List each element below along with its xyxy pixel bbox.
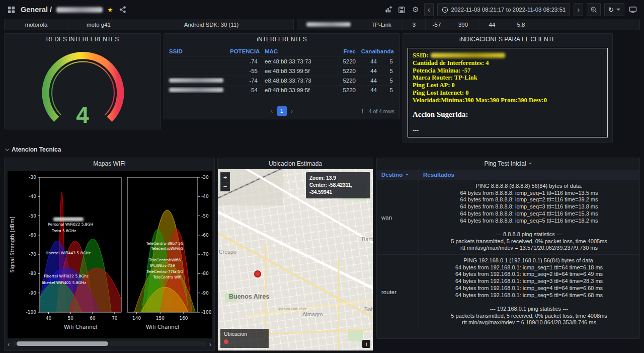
ping-test-panel-title[interactable]: Ping Test Inicial [377, 158, 639, 169]
horizontal-scrollbar-track[interactable] [13, 341, 206, 346]
svg-text:-80: -80 [29, 271, 36, 276]
ping-output-line [421, 224, 637, 231]
star-icon[interactable]: ★ [107, 6, 113, 14]
share-icon[interactable] [118, 5, 128, 15]
svg-text:-100: -100 [26, 310, 37, 315]
ping-results-cell: PING 8.8.8.8 (8.8.8.8) 56(84) bytes of d… [419, 180, 639, 254]
device-table-strip-right[interactable]: TP-Link 3 -57 390 44 5.8 [297, 19, 640, 30]
interferentes-table-body: -74ee:48:b8:33:73:735220445-55ee:48:b8:3… [167, 56, 396, 95]
device-cell: -57 [426, 19, 448, 30]
svg-text:-70: -70 [29, 252, 36, 257]
gauge-value: 4 [8, 101, 157, 128]
table-row[interactable]: -74e8:48:b8:33:73:735220445 [167, 76, 396, 85]
ping-destination-cell: router [377, 255, 419, 329]
ping-output-line: 64 bytes from 8.8.8.8: icmp_seq=2 ttl=11… [421, 196, 637, 203]
device-table-strip-left[interactable]: motorola moto g41 Android SDK: 30 (11) [4, 19, 294, 30]
row-section-label: Atencion Tecnica [12, 146, 61, 153]
map-tooltip-zoom: Zoom: 13.9 [309, 175, 367, 182]
zoom-out-time-button[interactable] [587, 3, 601, 16]
svg-text:Fibertel WiFi022 5.8Ghz: Fibertel WiFi022 5.8Ghz [44, 274, 89, 278]
indicaciones-line: Velocidad:Minima:390 Max:390 Prom:390 De… [413, 97, 603, 104]
map-zoom-in-button[interactable]: + [220, 172, 230, 182]
map-attribution-icon[interactable]: i [362, 340, 370, 348]
scroll-right-icon[interactable]: › [209, 340, 211, 348]
row-atencion-tecnica[interactable]: Atencion Tecnica [5, 146, 61, 153]
interferentes-panel-title[interactable]: iNTERFERENTES [164, 34, 399, 45]
ping-output-line: 5 packets transmitted, 5 received, 0% pa… [421, 313, 637, 320]
wifi-spectrum-chart: Personal WiFi022 5.8GHTrota 5.8GHzlibert… [8, 171, 212, 338]
cell-canal: 44 [356, 78, 377, 84]
column-header-resultados[interactable]: Resultados [419, 172, 454, 178]
time-range-picker[interactable]: 2022-11-03 08:21:17 to 2022-11-03 08:23:… [437, 3, 571, 16]
ssid-label: SSID: [413, 52, 429, 59]
dashboard-title[interactable]: General / [21, 6, 52, 14]
ssid-redacted [169, 78, 223, 83]
refresh-button[interactable]: ↻ [604, 3, 624, 16]
svg-text:60: 60 [90, 316, 96, 321]
ping-output-line: 64 bytes from 8.8.8.8: icmp_seq=4 ttl=11… [421, 210, 637, 218]
apps-grid-icon[interactable] [6, 5, 16, 15]
horizontal-scrollbar-thumb[interactable] [17, 341, 108, 346]
time-range-text: 2022-11-03 08:21:17 to 2022-11-03 08:23:… [451, 7, 566, 13]
column-header-potencia[interactable]: POTENCIA [230, 48, 258, 54]
cell-frec: 5220 [331, 68, 356, 74]
table-row[interactable]: wanPING 8.8.8.8 (8.8.8.8) 56(84) bytes o… [377, 180, 639, 255]
table-row[interactable]: -55ee:48:b8:33:99:5f5220445 [167, 66, 396, 76]
cell-frec: 5220 [331, 87, 356, 93]
device-cell: motorola [5, 19, 68, 30]
column-header-ssid[interactable]: SSID [167, 48, 230, 54]
column-header-mac[interactable]: MAC [258, 48, 331, 54]
svg-text:-40: -40 [29, 194, 36, 199]
ping-output-line: 64 bytes from 8.8.8.8: icmp_seq=1 ttl=11… [421, 190, 637, 197]
ping-output-line: PING 8.8.8.8 (8.8.8.8) 56(84) bytes of d… [421, 183, 637, 190]
ssid-redacted-cell [297, 19, 360, 30]
column-header-banda[interactable]: banda [377, 48, 395, 54]
pagination-page-1[interactable]: 1 [277, 106, 287, 116]
time-shift-forward-button[interactable]: › [574, 3, 583, 16]
cell-canal: 44 [356, 87, 377, 93]
scroll-left-icon[interactable]: ‹ [8, 340, 10, 348]
indicaciones-content: SSID: Cantidad de Interferentes: 4Potenc… [408, 48, 608, 137]
svg-text:Wifi Channel: Wifi Channel [64, 324, 97, 330]
svg-text:-100: -100 [201, 310, 212, 315]
column-header-canal[interactable]: Canal [356, 48, 377, 54]
table-row[interactable]: -54e8:48:b8:33:99:5f5220445 [167, 85, 396, 95]
ping-output-line: 64 bytes from 192.168.0.1: icmp_seq=4 tt… [421, 285, 637, 292]
map-zoom-out-button[interactable]: − [220, 182, 230, 191]
ubicacion-panel-title[interactable]: Ubicacion Estimada [218, 158, 373, 169]
gauge-panel-title[interactable]: REDES INTERFERENTES [5, 34, 160, 45]
svg-text:50: 50 [68, 316, 74, 321]
pagination-prev-icon[interactable]: ‹ [271, 107, 273, 115]
ping-test-title-text: Ping Test Inicial [484, 160, 526, 167]
column-header-destino[interactable]: Destino [377, 170, 419, 180]
map-canvas[interactable]: + − Zoom: 13.9 Center: -58.42311, -34.59… [218, 169, 373, 350]
refresh-icon: ↻ [608, 6, 614, 14]
svg-text:-60: -60 [201, 233, 209, 238]
save-dashboard-icon[interactable] [397, 5, 407, 15]
interferentes-panel: iNTERFERENTES SSID POTENCIA MAC Frec Can… [164, 33, 400, 119]
indicaciones-line: Ping Lost Internet: 0 [413, 89, 603, 97]
device-cell: Android SDK: 30 (11) [129, 19, 293, 30]
pagination-next-icon[interactable]: › [291, 107, 293, 115]
ping-output-line: 64 bytes from 8.8.8.8: icmp_seq=5 ttl=11… [421, 218, 637, 225]
cell-mac: ee:48:b8:33:99:5f [258, 68, 331, 74]
table-row[interactable]: -74ee:48:b8:33:73:735220445 [167, 56, 396, 66]
location-marker[interactable] [254, 270, 261, 277]
ping-output-line: 64 bytes from 192.168.0.1: icmp_seq=1 tt… [421, 264, 637, 271]
navbar-right: ⚙ ‹ 2022-11-03 08:21:17 to 2022-11-03 08… [383, 3, 638, 16]
ping-output-line: rtt min/avg/max/mdev = 6.189/10.864/28.3… [421, 319, 637, 326]
svg-text:TeleCentro Wifi: TeleCentro Wifi [152, 275, 181, 279]
svg-text:140: 140 [132, 316, 141, 321]
time-shift-back-button[interactable]: ‹ [424, 3, 434, 16]
indicaciones-panel-title[interactable]: iNDICACIONES PARA EL CLIENTE [403, 34, 612, 45]
ping-output-line: rtt min/avg/max/mdev = 13.571/20.062/39.… [421, 245, 637, 252]
svg-text:150: 150 [156, 316, 165, 321]
accion-sugerida-value: --- [413, 127, 603, 134]
tv-view-icon[interactable] [628, 5, 638, 15]
mapas-wifi-panel-title[interactable]: Mapas WIFI [5, 158, 214, 169]
add-panel-icon[interactable] [383, 5, 393, 15]
table-row[interactable]: routerPING 192.168.0.1 (192.168.0.1) 56(… [377, 255, 639, 329]
column-header-frec[interactable]: Frec [331, 48, 356, 54]
dashboard-settings-icon[interactable]: ⚙ [411, 5, 421, 15]
map-legend: Ubicacion [220, 329, 269, 348]
